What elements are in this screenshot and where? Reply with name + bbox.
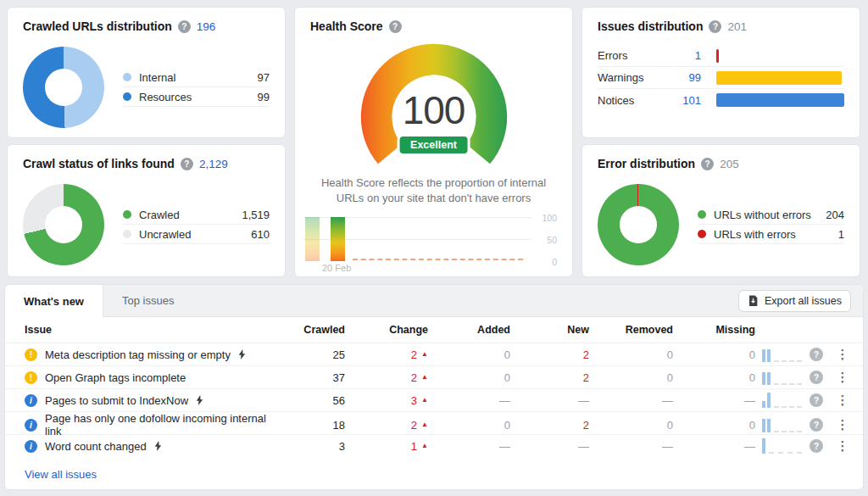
legend-label: URLs without errors (714, 209, 811, 221)
legend-value: 1 (838, 228, 844, 241)
legend-value: 99 (258, 91, 270, 103)
export-button-label: Export all issues (765, 295, 842, 307)
table-row[interactable]: Meta description tag missing or empty 25… (5, 343, 863, 365)
added-value: 0 (428, 371, 510, 384)
view-all-issues-link[interactable]: View all issues (25, 468, 97, 481)
health-score-gauge: 100 Excellent (353, 42, 515, 167)
legend-item: Internal 97 (123, 68, 270, 87)
issues-row-notices: Notices 101 (598, 89, 844, 111)
help-icon[interactable]: ? (181, 158, 193, 170)
legend-dot (123, 73, 131, 81)
col-crawled[interactable]: Crawled (277, 324, 345, 336)
kebab-menu-icon[interactable]: ⋮ (831, 347, 854, 362)
issue-sparkline (755, 347, 802, 362)
export-icon (748, 295, 759, 307)
legend-item: Uncrawled 610 (123, 225, 270, 244)
legend-item: URLs without errors 204 (698, 205, 844, 225)
legend-value: 204 (826, 209, 844, 221)
table-row[interactable]: Word count changed 3 1▲ — — — — ? ⋮ (5, 434, 863, 457)
change-value: 2▲ (345, 371, 428, 384)
issue-label[interactable]: Meta description tag missing or empty (45, 348, 231, 361)
total-count: 201 (727, 20, 747, 33)
added-value: — (428, 440, 510, 453)
kebab-menu-icon[interactable]: ⋮ (831, 370, 854, 385)
help-icon[interactable]: ? (701, 158, 714, 170)
crawl-status-card: Crawl status of links found ? 2,129 Craw… (7, 144, 286, 277)
notices-bar (716, 93, 844, 107)
trend-dashed-zero-line (353, 259, 523, 260)
help-icon[interactable]: ? (810, 418, 823, 432)
table-row[interactable]: Pages to submit to IndexNow 56 3▲ — — — … (5, 388, 863, 411)
issue-label[interactable]: Word count changed (45, 440, 147, 453)
added-value: — (428, 394, 510, 407)
bolt-icon (196, 395, 203, 405)
total-link[interactable]: 2,129 (199, 158, 228, 170)
help-icon[interactable]: ? (709, 20, 721, 33)
up-triangle-icon: ▲ (421, 421, 428, 428)
help-icon[interactable]: ? (810, 393, 823, 407)
new-value: — (510, 394, 589, 407)
help-icon[interactable]: ? (810, 348, 823, 361)
col-removed[interactable]: Removed (589, 324, 673, 336)
issue-label[interactable]: Pages to submit to IndexNow (45, 394, 188, 407)
tab-whats-new[interactable]: What's new (5, 285, 103, 317)
issue-sparkline (755, 393, 802, 408)
issue-label[interactable]: Open Graph tags incomplete (45, 371, 186, 384)
issues-distribution-card: Issues distribution ? 201 Errors 1 Warni… (581, 7, 860, 138)
issue-label[interactable]: Page has only one dofollow incoming inte… (45, 412, 277, 437)
row-value-link[interactable]: 101 (659, 94, 701, 107)
legend-value: 97 (258, 71, 270, 84)
up-triangle-icon: ▲ (421, 397, 428, 404)
crawled-value: 18 (277, 419, 345, 432)
help-icon[interactable]: ? (810, 439, 823, 453)
removed-value: — (589, 440, 673, 453)
legend-label: Resources (139, 91, 192, 103)
legend-label: Uncrawled (139, 228, 191, 241)
row-value-link[interactable]: 1 (659, 49, 701, 62)
kebab-menu-icon[interactable]: ⋮ (831, 438, 854, 454)
missing-value: 0 (673, 419, 755, 432)
total-count: 205 (720, 158, 739, 170)
row-label: Warnings (598, 71, 659, 84)
tab-top-issues[interactable]: Top issues (103, 285, 192, 316)
legend-dot (698, 230, 706, 238)
kebab-menu-icon[interactable]: ⋮ (831, 393, 854, 408)
kebab-menu-icon[interactable]: ⋮ (831, 417, 854, 432)
new-value: 2 (510, 371, 589, 384)
col-issue[interactable]: Issue (25, 324, 277, 336)
col-change[interactable]: Change (345, 324, 428, 336)
help-icon[interactable]: ? (389, 20, 402, 33)
table-row[interactable]: Open Graph tags incomplete 37 2▲ 0 2 0 0… (5, 365, 863, 388)
export-all-issues-button[interactable]: Export all issues (738, 290, 851, 312)
health-score-card: Health Score ? 100 Excellent Health Scor… (294, 7, 573, 277)
info-icon (25, 394, 37, 407)
change-value: 3▲ (345, 394, 428, 407)
legend-value: 1,519 (242, 209, 270, 221)
issue-sparkline (755, 417, 802, 432)
health-score-description: Health Score reflects the proportion of … (310, 176, 557, 205)
trend-bar-current[interactable] (331, 217, 345, 261)
warnings-bar (716, 71, 842, 85)
up-triangle-icon: ▲ (421, 374, 428, 381)
col-added[interactable]: Added (428, 324, 510, 336)
bolt-icon (154, 441, 162, 451)
table-header-row: Issue Crawled Change Added New Removed M… (5, 317, 863, 343)
crawled-value: 37 (277, 371, 345, 384)
tabs-bar: What's new Top issues Export all issues (5, 285, 863, 317)
help-icon[interactable]: ? (810, 371, 823, 384)
table-row[interactable]: Page has only one dofollow incoming inte… (5, 411, 863, 434)
change-value: 2▲ (345, 419, 428, 432)
col-missing[interactable]: Missing (673, 324, 755, 336)
crawled-value: 3 (277, 440, 345, 453)
bolt-icon (238, 349, 246, 359)
added-value: 0 (428, 348, 510, 361)
legend-value: 610 (251, 228, 270, 241)
removed-value: 0 (589, 419, 673, 432)
legend-label: Internal (139, 71, 175, 84)
help-icon[interactable]: ? (178, 20, 191, 33)
row-value-link[interactable]: 99 (659, 71, 701, 84)
trend-bar-previous[interactable] (305, 217, 320, 261)
col-new[interactable]: New (510, 324, 589, 336)
legend-label: Crawled (139, 209, 180, 221)
total-link[interactable]: 196 (197, 20, 216, 33)
